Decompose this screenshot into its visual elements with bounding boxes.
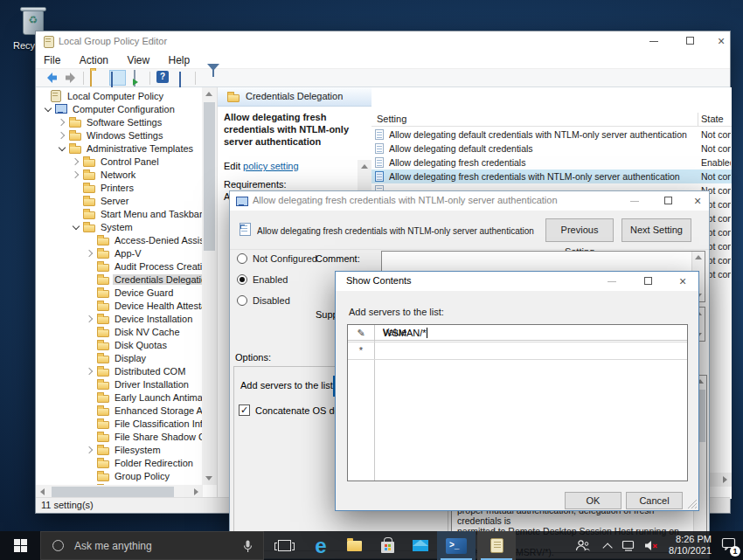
- tree-item-control-panel[interactable]: Control Panel: [36, 155, 202, 168]
- task-view-button[interactable]: [267, 531, 301, 560]
- close-button[interactable]: ×: [685, 191, 710, 211]
- menu-help[interactable]: Help: [161, 52, 198, 66]
- powershell-taskbar-button[interactable]: >_: [437, 531, 476, 560]
- expand-chevron-icon[interactable]: [85, 313, 96, 324]
- concatenate-checkbox[interactable]: ✓: [239, 404, 250, 416]
- tree-item-disk-nv-cache[interactable]: Disk NV Cache: [36, 325, 202, 338]
- tree-item-computer-configuration[interactable]: Computer Configuration: [36, 102, 202, 115]
- tree-item-local-computer-policy[interactable]: Local Computer Policy: [36, 89, 202, 102]
- new-window-icon[interactable]: [179, 72, 181, 88]
- microphone-icon[interactable]: [243, 540, 253, 553]
- expand-chevron-icon[interactable]: [71, 156, 82, 167]
- value-row[interactable]: ✎WSMAN/*: [348, 325, 687, 342]
- gpedit-taskbar-button[interactable]: [477, 531, 516, 560]
- menu-file[interactable]: File: [36, 52, 68, 66]
- policy-dialog-titlebar[interactable]: Allow delegating fresh credentials with …: [230, 191, 709, 211]
- setting-row[interactable]: Allow delegating fresh credentialsEnable…: [372, 156, 732, 169]
- help-icon[interactable]: ?: [156, 71, 169, 83]
- tree-item-early-launch-antimalware[interactable]: Early Launch Antimalware: [36, 391, 202, 404]
- tree-item-folder-redirection[interactable]: Folder Redirection: [36, 456, 202, 469]
- forward-button-icon[interactable]: [64, 71, 78, 85]
- network-tray-button[interactable]: [617, 531, 640, 560]
- filter-icon[interactable]: [207, 64, 219, 86]
- scrollbar-thumb[interactable]: [52, 487, 174, 497]
- tree-item-windows-settings[interactable]: Windows Settings: [36, 128, 202, 142]
- scroll-right-arrow-icon[interactable]: [723, 476, 727, 483]
- store-taskbar-button[interactable]: [371, 531, 404, 560]
- minimize-button[interactable]: [600, 272, 624, 291]
- tree-item-disk-quotas[interactable]: Disk Quotas: [36, 338, 202, 351]
- expand-chevron-icon[interactable]: [85, 444, 96, 455]
- setting-row[interactable]: Allow delegating default credentials wit…: [372, 128, 732, 142]
- tree-item-filesystem[interactable]: Filesystem: [36, 443, 202, 456]
- radio-disabled[interactable]: Disabled: [237, 295, 290, 306]
- maximize-button[interactable]: [677, 31, 702, 51]
- up-one-level-icon[interactable]: [90, 70, 92, 86]
- tree-item-credentials-delegation[interactable]: Credentials Delegation: [36, 273, 202, 286]
- tree-item-enhanced-storage-access[interactable]: Enhanced Storage Access: [36, 404, 202, 417]
- tree-item-driver-installation[interactable]: Driver Installation: [36, 377, 202, 391]
- minimize-button[interactable]: [642, 31, 666, 51]
- mail-taskbar-button[interactable]: [404, 531, 437, 560]
- tree-item-printers[interactable]: Printers: [36, 181, 202, 194]
- values-grid[interactable]: Value ✎WSMAN/**: [347, 324, 688, 481]
- menu-view[interactable]: View: [119, 52, 157, 66]
- tree-item-file-share-shadow-copy-provider[interactable]: File Share Shadow Copy Provider: [36, 430, 202, 443]
- radio-not-configured[interactable]: Not Configured: [237, 253, 317, 264]
- minimize-button[interactable]: [622, 191, 647, 211]
- setting-row[interactable]: Allow delegating default credentialsNot …: [372, 142, 732, 156]
- collapse-chevron-icon[interactable]: [57, 142, 68, 154]
- radio-button-icon[interactable]: [237, 253, 247, 264]
- tree-item-administrative-templates[interactable]: Administrative Templates: [36, 142, 202, 155]
- setting-row[interactable]: Allow delegating fresh credentials with …: [372, 169, 732, 183]
- tree-item-device-guard[interactable]: Device Guard: [36, 286, 202, 299]
- next-setting-button[interactable]: Next Setting: [621, 218, 691, 242]
- expand-chevron-icon[interactable]: [85, 247, 96, 259]
- people-tray-button[interactable]: [570, 531, 594, 560]
- tree-item-start-menu-and-taskbar[interactable]: Start Menu and Taskbar: [36, 207, 202, 220]
- tree-item-device-installation[interactable]: Device Installation: [36, 312, 202, 325]
- expand-chevron-icon[interactable]: [85, 365, 96, 377]
- show-contents-titlebar[interactable]: Show Contents ×: [336, 272, 698, 291]
- action-center-button[interactable]: 1: [715, 531, 743, 560]
- clock[interactable]: 8:26 PM 8/10/2021: [663, 534, 712, 557]
- ok-button[interactable]: OK: [565, 492, 621, 509]
- expand-chevron-icon[interactable]: [57, 116, 68, 128]
- value-cell[interactable]: WSMAN/*: [383, 328, 427, 338]
- radio-button-selected-icon[interactable]: [237, 274, 247, 285]
- collapse-chevron-icon[interactable]: [71, 221, 82, 232]
- tree-item-audit-process-creation[interactable]: Audit Process Creation: [36, 259, 202, 273]
- show-console-tree-toggle[interactable]: [109, 70, 126, 86]
- expand-chevron-icon[interactable]: [57, 129, 68, 141]
- maximize-button[interactable]: [635, 272, 660, 291]
- scrollbar-thumb[interactable]: [204, 102, 215, 251]
- tree-item-server[interactable]: Server: [36, 194, 202, 207]
- tree-item-group-policy[interactable]: Group Policy: [36, 469, 202, 482]
- scroll-up-arrow-icon[interactable]: [205, 92, 212, 96]
- cortana-search-box[interactable]: Ask me anything: [40, 531, 264, 560]
- start-button[interactable]: [0, 531, 40, 560]
- tree-item-system[interactable]: System: [36, 220, 202, 233]
- tree-item-access-denied-assistance[interactable]: Access-Denied Assistance: [36, 233, 202, 246]
- tree-item-display[interactable]: Display: [36, 351, 202, 364]
- maximize-button[interactable]: [656, 191, 680, 211]
- resize-grip[interactable]: [688, 500, 697, 508]
- show-hidden-icons-button[interactable]: [596, 531, 615, 560]
- setting-column-header[interactable]: Setting: [377, 114, 406, 124]
- expand-chevron-icon[interactable]: [71, 169, 82, 180]
- menu-action[interactable]: Action: [72, 52, 116, 66]
- cancel-button[interactable]: Cancel: [626, 492, 683, 509]
- volume-tray-button[interactable]: [640, 531, 663, 560]
- scroll-down-arrow-icon[interactable]: [205, 476, 212, 480]
- collapse-chevron-icon[interactable]: [43, 103, 54, 114]
- radio-enabled[interactable]: Enabled: [237, 274, 288, 285]
- scroll-left-arrow-icon[interactable]: [40, 488, 45, 495]
- policy-setting-link[interactable]: policy setting: [243, 161, 299, 171]
- close-button[interactable]: ×: [670, 272, 695, 291]
- scroll-up-arrow-icon[interactable]: [361, 164, 368, 169]
- gpe-titlebar[interactable]: Local Group Policy Editor ×: [36, 31, 730, 52]
- back-button-icon[interactable]: [45, 71, 59, 85]
- tree-vertical-scrollbar[interactable]: [202, 87, 217, 485]
- radio-button-icon[interactable]: [237, 295, 247, 306]
- edge-taskbar-button[interactable]: e: [304, 531, 337, 560]
